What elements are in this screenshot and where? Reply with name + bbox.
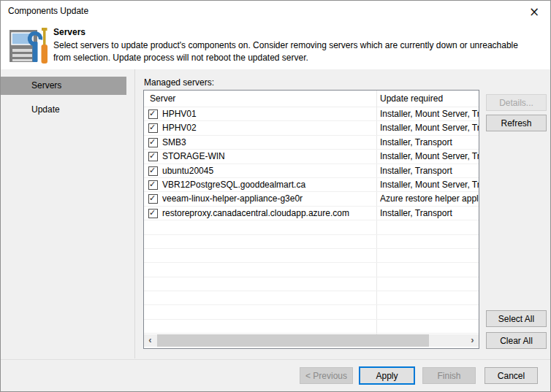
close-icon[interactable]: × (527, 4, 542, 19)
row-checkbox[interactable]: ✓ (148, 180, 158, 190)
cancel-button[interactable]: Cancel (484, 367, 538, 384)
update-required-value: Installer, Mount Server, Tra (380, 121, 479, 135)
server-name: SMB3 (162, 136, 186, 150)
row-checkbox[interactable]: ✓ (148, 166, 158, 176)
servers-update-icon (8, 27, 50, 65)
row-checkbox[interactable]: ✓ (148, 152, 158, 161)
check-icon: ✓ (149, 180, 157, 188)
update-required-value: Installer, Mount Server, Tra (380, 107, 479, 121)
clear-all-button[interactable]: Clear All (486, 332, 547, 349)
table-row[interactable]: ✓ VBR12PostgreSQL.gooddealmart.ca Instal… (144, 178, 479, 192)
managed-servers-label: Managed servers: (144, 77, 214, 88)
table-row[interactable]: ✓ STORAGE-WIN Installer, Mount Server, T… (144, 150, 479, 164)
table-row-empty (144, 263, 479, 277)
check-icon: ✓ (149, 152, 157, 160)
page-description: Select servers to update product's compo… (53, 39, 530, 64)
components-update-dialog: Components Update × Servers Select serve… (0, 0, 551, 392)
window-title: Components Update (8, 6, 88, 16)
check-icon: ✓ (149, 209, 157, 217)
check-icon: ✓ (149, 109, 157, 118)
row-checkbox[interactable]: ✓ (148, 109, 158, 119)
horizontal-scrollbar[interactable]: ‹ › (144, 334, 479, 347)
screwdriver-icon (42, 28, 48, 64)
server-name: restoreproxy.canadacentral.cloudapp.azur… (162, 207, 349, 220)
update-required-value: Installer, Mount Server, Tra (380, 150, 479, 164)
update-required-value: Installer, Transport (380, 164, 479, 178)
apply-button[interactable]: Apply (359, 366, 415, 385)
row-checkbox[interactable]: ✓ (148, 209, 158, 218)
row-checkbox[interactable]: ✓ (148, 123, 158, 133)
scrollbar-thumb[interactable] (157, 334, 429, 347)
scroll-right-icon[interactable]: › (466, 334, 479, 347)
table-row[interactable]: ✓ ubuntu20045 Installer, Transport (144, 164, 479, 178)
check-icon: ✓ (149, 166, 157, 174)
update-required-value: Installer, Transport (380, 207, 479, 220)
table-row-empty (144, 235, 479, 249)
server-name: STORAGE-WIN (162, 150, 225, 164)
page-title: Servers (53, 27, 86, 37)
refresh-button[interactable]: Refresh (486, 115, 547, 131)
table-rows: ✓ HPHV01 Installer, Mount Server, Tra ✓ … (144, 107, 479, 334)
table-row[interactable]: ✓ veeam-linux-helper-appliance-g3e0r Azu… (144, 192, 479, 206)
server-name: HPHV02 (162, 121, 197, 135)
table-row-empty (144, 277, 479, 291)
server-name: ubuntu20045 (162, 164, 213, 178)
table-header: Server Update required (144, 91, 479, 107)
managed-servers-table[interactable]: Server Update required ✓ HPHV01 Installe… (143, 90, 479, 349)
details-button[interactable]: Details... (486, 94, 547, 111)
sidebar-item-update[interactable]: Update (1, 102, 126, 117)
sidebar-item-servers[interactable]: Servers (1, 77, 126, 95)
table-row-empty (144, 220, 479, 234)
previous-button[interactable]: < Previous (300, 367, 353, 384)
column-header-update-required[interactable]: Update required (380, 93, 443, 104)
update-required-value: Installer, Mount Server, Tra (380, 178, 479, 192)
dialog-top-band: Components Update × Servers Select serve… (1, 1, 550, 69)
finish-button[interactable]: Finish (422, 367, 476, 384)
server-name: HPHV01 (162, 107, 197, 121)
check-icon: ✓ (149, 194, 157, 202)
select-all-button[interactable]: Select All (486, 310, 547, 327)
table-row[interactable]: ✓ SMB3 Installer, Transport (144, 136, 479, 150)
table-row-empty (144, 249, 479, 263)
table-row-empty (144, 291, 479, 305)
check-icon: ✓ (149, 123, 157, 131)
table-row[interactable]: ✓ restoreproxy.canadacentral.cloudapp.az… (144, 207, 479, 220)
row-checkbox[interactable]: ✓ (148, 194, 158, 204)
table-row-empty (144, 320, 479, 334)
update-required-value: Installer, Transport (380, 136, 479, 150)
check-icon: ✓ (149, 138, 157, 146)
footer-divider (1, 359, 550, 360)
table-row[interactable]: ✓ HPHV02 Installer, Mount Server, Tra (144, 121, 479, 135)
column-header-server[interactable]: Server (150, 93, 175, 104)
table-row[interactable]: ✓ HPHV01 Installer, Mount Server, Tra (144, 107, 479, 121)
server-name: VBR12PostgreSQL.gooddealmart.ca (162, 178, 305, 192)
sidebar-divider (134, 69, 135, 358)
row-checkbox[interactable]: ✓ (148, 138, 158, 147)
table-row-empty (144, 305, 479, 319)
update-required-value: Azure restore helper applia (380, 192, 479, 206)
scroll-left-icon[interactable]: ‹ (144, 334, 156, 347)
server-name: veeam-linux-helper-appliance-g3e0r (162, 192, 303, 206)
